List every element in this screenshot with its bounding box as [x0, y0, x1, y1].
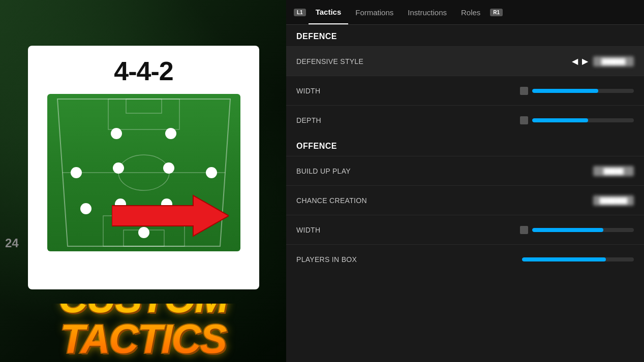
formation-title: 4-4-2: [114, 56, 173, 86]
depth-row: DEPTH: [286, 105, 644, 135]
defensive-style-controls: ◀ ▶ ██████: [572, 56, 634, 67]
defensive-style-row: DEFENSIVE STYLE ◀ ▶ ██████: [286, 46, 644, 76]
formation-card: 4-4-2: [28, 46, 259, 289]
left-panel: 4-4-2: [0, 0, 286, 362]
chance-creation-label: CHANCE CREATION: [296, 196, 593, 205]
year-badge: 24: [5, 236, 19, 250]
tab-instructions[interactable]: Instructions: [401, 0, 454, 24]
defence-header: DEFENCE: [286, 25, 644, 46]
svg-rect-4: [126, 99, 162, 113]
tab-tactics[interactable]: Tactics: [309, 0, 349, 24]
defensive-style-selector[interactable]: ◀ ▶: [572, 56, 588, 66]
offence-width-slider: [520, 226, 634, 234]
build-up-play-label: BUILD UP PLAY: [296, 167, 593, 175]
player-mid3: [163, 162, 174, 174]
player-mid1: [71, 167, 82, 178]
offence-width-track[interactable]: [532, 228, 634, 232]
depth-label: DEPTH: [296, 116, 520, 124]
offence-width-label: WIDTH: [296, 226, 520, 234]
defensive-style-value: ██████: [593, 56, 634, 67]
defensive-style-label: DEFENSIVE STYLE: [296, 57, 572, 65]
players-in-box-label: PLAYERS IN BOX: [296, 255, 522, 264]
settings-content: DEFENCE DEFENSIVE STYLE ◀ ▶ ██████ WIDTH: [286, 25, 644, 362]
l1-badge: L1: [294, 9, 306, 16]
build-up-play-value: █████: [593, 166, 634, 176]
players-in-box-row: PLAYERS IN BOX: [286, 244, 644, 274]
r1-badge: R1: [490, 9, 503, 16]
player-mid4: [206, 167, 217, 178]
player-mid2: [113, 162, 124, 174]
offence-header: OFFENCE: [286, 135, 644, 156]
slider-icon-depth: [520, 116, 528, 124]
offence-width-row: WIDTH: [286, 215, 644, 244]
right-panel: L1 Tactics Formations Instructions Roles…: [286, 0, 644, 362]
tab-formations[interactable]: Formations: [348, 0, 401, 24]
defence-width-label: WIDTH: [296, 87, 520, 95]
right-arrow-icon[interactable]: ▶: [582, 56, 588, 66]
red-arrow: [112, 193, 229, 239]
depth-track[interactable]: [532, 118, 634, 122]
svg-rect-3: [108, 99, 179, 129]
depth-fill: [532, 118, 588, 122]
player-fwd2: [165, 128, 176, 139]
defence-width-fill: [532, 89, 598, 93]
defence-width-row: WIDTH: [286, 76, 644, 105]
depth-slider: [520, 116, 634, 124]
slider-icon-offence-width: [520, 226, 528, 234]
navigation-tabs: L1 Tactics Formations Instructions Roles…: [286, 0, 644, 25]
players-in-box-slider: [522, 257, 634, 261]
players-in-box-fill: [522, 257, 606, 261]
tab-roles[interactable]: Roles: [454, 0, 487, 24]
offence-width-fill: [532, 228, 603, 232]
defence-width-slider: [520, 87, 634, 95]
player-def1: [80, 203, 91, 214]
chance-creation-row: CHANCE CREATION ███████: [286, 185, 644, 215]
left-arrow-icon[interactable]: ◀: [572, 56, 578, 66]
defence-width-track[interactable]: [532, 89, 634, 93]
player-fwd1: [111, 128, 122, 139]
svg-marker-7: [112, 195, 229, 236]
slider-icon: [520, 87, 528, 95]
custom-tactics-label: CUSTOM TACTICS: [0, 304, 286, 362]
build-up-play-row: BUILD UP PLAY █████: [286, 156, 644, 185]
chance-creation-value: ███████: [593, 195, 634, 206]
players-in-box-track[interactable]: [522, 257, 634, 261]
